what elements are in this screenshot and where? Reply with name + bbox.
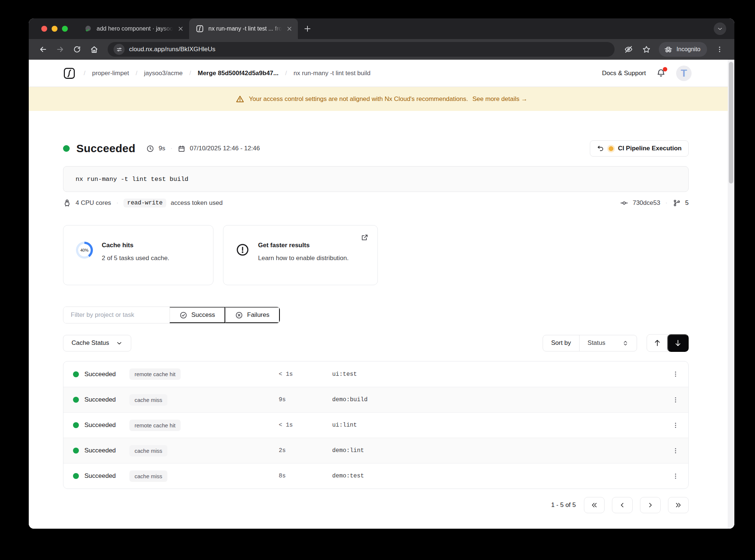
incognito-badge[interactable]: Incognito (659, 42, 707, 57)
nx-favicon (196, 25, 204, 33)
select-chevrons-icon (622, 340, 629, 346)
breadcrumb-repo[interactable]: jaysoo3/acme (144, 70, 183, 77)
row-status: Succeeded (84, 472, 123, 480)
dot-separator: · (115, 199, 119, 207)
table-row[interactable]: Succeeded cache miss 9s demo:build (63, 387, 688, 412)
tab-github-pr[interactable]: add hero component · jaysoo (77, 18, 189, 39)
tab-nx-run[interactable]: nx run-many -t lint test ... fro (189, 18, 298, 39)
forward-icon[interactable] (53, 42, 67, 56)
breadcrumb-commit[interactable]: Merge 85d500f42d5a9b47... (198, 70, 278, 77)
row-status-dot (73, 397, 79, 403)
browser-toolbar: cloud.nx.app/runs/BkIXGHleUs Incognito (29, 39, 734, 60)
row-duration: 9s (279, 396, 332, 403)
row-status: Succeeded (84, 371, 123, 378)
sort-by-select[interactable]: Status (579, 335, 637, 351)
row-menu-icon[interactable] (668, 443, 683, 458)
close-window-button[interactable] (41, 26, 47, 32)
row-menu-icon[interactable] (668, 469, 683, 483)
filter-failures-button[interactable]: Failures (225, 307, 279, 323)
dot-separator: · (665, 199, 668, 207)
github-check-favicon (84, 25, 92, 33)
page-scrollbar[interactable] (728, 60, 734, 529)
close-tab-icon[interactable] (177, 25, 184, 32)
cache-hits-donut: 40% (76, 242, 93, 259)
cache-hits-subtitle: 2 of 5 tasks used cache. (102, 253, 169, 263)
tab-title: nx run-many -t lint test ... fro (208, 25, 282, 32)
row-status: Succeeded (84, 421, 123, 429)
breadcrumb-separator: / (84, 70, 86, 77)
distribution-card[interactable]: Get faster results Learn how to enable d… (223, 225, 378, 285)
check-circle-icon (180, 311, 187, 319)
run-meta-row: 4 CPU cores · read-write access token us… (63, 199, 689, 207)
first-page-button[interactable] (584, 497, 605, 513)
breadcrumb-run[interactable]: nx run-many -t lint test build (293, 70, 370, 77)
zoom-window-button[interactable] (62, 26, 68, 32)
browser-menu-icon[interactable] (712, 42, 727, 57)
pipeline-status-dot (609, 146, 613, 151)
run-duration: 9s (159, 145, 165, 152)
branch-count: 5 (685, 199, 689, 207)
filter-failures-label: Failures (247, 311, 269, 319)
cache-status-dropdown[interactable]: Cache Status (63, 335, 131, 351)
cache-badge: cache miss (129, 470, 167, 482)
clock-icon (146, 145, 154, 153)
site-settings-icon[interactable] (114, 44, 125, 55)
reload-icon[interactable] (70, 42, 84, 56)
breadcrumb-workspace[interactable]: proper-limpet (92, 70, 129, 77)
filter-success-button[interactable]: Success (170, 307, 225, 323)
next-page-button[interactable] (640, 497, 661, 513)
table-row[interactable]: Succeeded cache miss 2s demo:lint (63, 438, 688, 463)
avatar[interactable]: T (676, 66, 692, 81)
row-duration: 2s (279, 447, 332, 454)
info-icon (236, 243, 249, 256)
summary-cards: 40% Cache hits 2 of 5 tasks used cache. … (63, 225, 689, 285)
status-dot (63, 145, 70, 152)
sort-ascending-button[interactable] (647, 334, 668, 352)
row-menu-icon[interactable] (668, 367, 683, 382)
page-content: / proper-limpet / jaysoo3/acme / Merge 8… (29, 60, 734, 529)
row-menu-icon[interactable] (668, 392, 683, 407)
minimize-window-button[interactable] (52, 26, 58, 32)
bookmark-star-icon[interactable] (639, 42, 654, 57)
nx-logo-icon[interactable] (63, 67, 76, 80)
banner-details-link[interactable]: See more details → (472, 95, 527, 103)
breadcrumb: / proper-limpet / jaysoo3/acme / Merge 8… (63, 67, 370, 80)
cache-hits-card: 40% Cache hits 2 of 5 tasks used cache. (63, 225, 213, 285)
row-status: Succeeded (84, 396, 123, 403)
row-duration: < 1s (279, 371, 332, 378)
previous-page-button[interactable] (612, 497, 633, 513)
tab-search-chevron-icon[interactable] (714, 22, 726, 35)
eye-slash-icon[interactable] (621, 42, 636, 57)
row-status-dot (73, 448, 79, 454)
back-icon[interactable] (36, 42, 50, 56)
table-row[interactable]: Succeeded remote cache hit < 1s ui:test (63, 361, 688, 387)
commit-sha[interactable]: 730dce53 (633, 199, 660, 207)
ci-pipeline-execution-button[interactable]: CI Pipeline Execution (590, 140, 689, 157)
notifications-bell-icon[interactable] (656, 69, 666, 78)
row-status-dot (73, 422, 79, 428)
row-task: ui:lint (332, 422, 662, 428)
sort-descending-button[interactable] (667, 334, 689, 352)
cache-status-label: Cache Status (72, 339, 109, 347)
linux-tux-icon (63, 199, 71, 207)
row-menu-icon[interactable] (668, 418, 683, 433)
breadcrumb-separator: / (136, 70, 138, 77)
filter-input[interactable] (63, 307, 170, 323)
calendar-icon (178, 145, 185, 153)
cache-badge: cache miss (129, 394, 167, 406)
access-token-badge: read-write (123, 199, 166, 207)
row-duration: < 1s (279, 422, 332, 428)
last-page-button[interactable] (668, 497, 689, 513)
home-icon[interactable] (87, 42, 101, 56)
sort-by-control: Sort by Status (543, 335, 637, 351)
cache-hits-title: Cache hits (102, 242, 169, 249)
url-bar[interactable]: cloud.nx.app/runs/BkIXGHleUs (108, 42, 615, 57)
scrollbar-thumb[interactable] (729, 62, 733, 183)
pipeline-label: CI Pipeline Execution (618, 145, 682, 152)
row-status-dot (73, 371, 79, 377)
table-row[interactable]: Succeeded remote cache hit < 1s ui:lint (63, 412, 688, 438)
table-row[interactable]: Succeeded cache miss 8s demo:test (63, 463, 688, 489)
close-tab-icon[interactable] (286, 25, 293, 32)
docs-support-link[interactable]: Docs & Support (602, 70, 646, 77)
new-tab-button[interactable] (303, 24, 312, 33)
